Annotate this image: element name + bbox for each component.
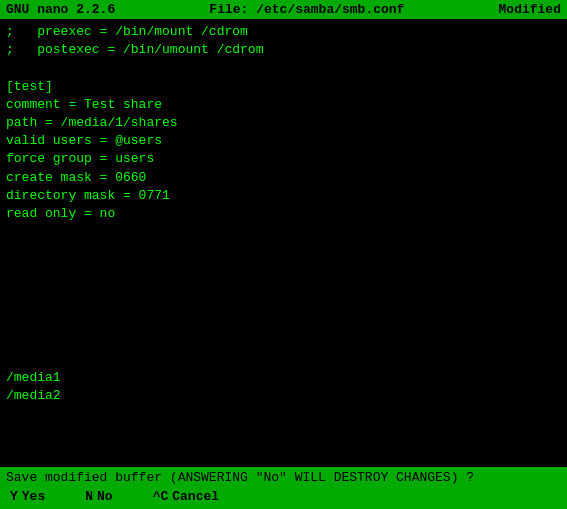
dialog-cancel-option[interactable]: ^C Cancel [153,489,219,504]
dialog-no-option[interactable]: N No [85,489,112,504]
cancel-ctrl-key: ^C [153,489,169,504]
cancel-label: Cancel [172,489,219,504]
yes-label: Yes [22,489,45,504]
modified-status: Modified [499,2,561,17]
file-info: File: /etc/samba/smb.conf [209,2,404,17]
yes-key: Y [10,489,18,504]
dialog-yes-option[interactable]: Y Yes [10,489,45,504]
dialog-options: Y Yes N No ^C Cancel [6,487,561,506]
dialog-question: Save modified buffer (ANSWERING "No" WIL… [6,470,561,485]
title-bar: GNU nano 2.2.6 File: /etc/samba/smb.conf… [0,0,567,19]
editor-content: ; preexec = /bin/mount /cdrom ; postexec… [6,23,561,467]
no-label: No [97,489,113,504]
nano-editor: GNU nano 2.2.6 File: /etc/samba/smb.conf… [0,0,567,509]
editor-area[interactable]: ; preexec = /bin/mount /cdrom ; postexec… [0,19,567,467]
save-dialog: Save modified buffer (ANSWERING "No" WIL… [0,467,567,509]
no-key: N [85,489,93,504]
app-name: GNU nano 2.2.6 [6,2,115,17]
file-label: File: [209,2,248,17]
file-path: /etc/samba/smb.conf [256,2,404,17]
